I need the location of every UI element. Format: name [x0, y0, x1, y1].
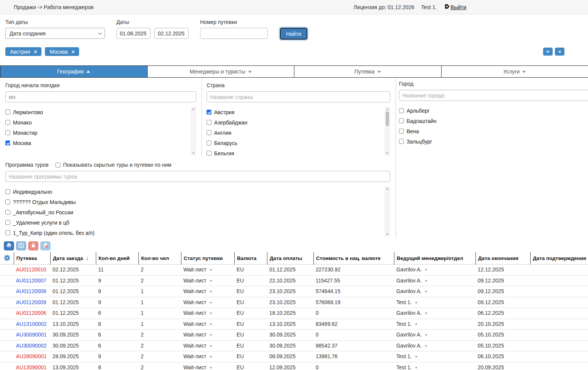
column-header[interactable]: Стоимость в нац. валюте ↓ [313, 252, 394, 265]
status-dropdown[interactable]: Wait-лист ▾ [181, 286, 234, 297]
checkbox[interactable] [207, 120, 211, 125]
tour-program-option[interactable]: ?????? Отдых Мальдивы [5, 197, 383, 207]
start-city-option[interactable]: Москва [5, 138, 189, 148]
tour-program-option[interactable]: 1_Тур_Кипр (один отель, без а/п) [5, 228, 383, 237]
manager-dropdown[interactable]: Gavrilov A. ▾ [394, 330, 475, 340]
checkbox[interactable] [5, 120, 10, 125]
date-to-input[interactable] [154, 28, 189, 39]
column-header[interactable]: Статус путевки ↓ [181, 252, 234, 265]
country-option[interactable]: Азербайджан [207, 117, 383, 128]
status-dropdown[interactable]: Wait-лист ▾ [181, 308, 234, 319]
city-search-input[interactable] [399, 90, 588, 101]
voucher-id-link[interactable]: AU01120007 [14, 276, 50, 286]
column-header[interactable]: Кол-во чел ↓ [138, 252, 181, 265]
start-city-option[interactable]: Монако [5, 117, 189, 128]
column-header[interactable]: Дата подтверждения ↓ [530, 252, 588, 265]
column-header[interactable]: Кол-во дней ↓ [96, 252, 138, 265]
column-header[interactable]: Путевка ↓ [14, 252, 50, 265]
delete-document-button[interactable] [40, 241, 51, 250]
status-dropdown[interactable]: Wait-лист ▾ [181, 351, 234, 362]
status-dropdown[interactable]: Wait-лист ▾ [181, 319, 234, 330]
voucher-id-link[interactable]: AU01120006 [14, 308, 50, 319]
checkbox[interactable] [207, 140, 211, 145]
remove-tag-icon[interactable]: × [34, 49, 37, 55]
scroll-down-icon[interactable]: ▼ [386, 233, 389, 236]
tour-program-option[interactable]: _Удаление услуги в цб [5, 217, 383, 228]
date-type-select[interactable]: Дата создания [5, 28, 105, 39]
checkbox[interactable] [399, 118, 404, 123]
tab[interactable]: География [0, 66, 147, 77]
checkbox[interactable] [399, 129, 404, 134]
clear-filters-button[interactable]: × [555, 48, 564, 56]
manager-dropdown[interactable]: Gavrilov A. ▾ [394, 265, 475, 275]
voucher-id-link[interactable]: AU13090001 [14, 362, 50, 370]
voucher-id-link[interactable]: AU13100002 [14, 319, 50, 330]
manager-dropdown[interactable]: Test 1. ▾ [394, 362, 475, 370]
checkbox[interactable] [5, 230, 10, 235]
city-option[interactable]: Арльберг [399, 105, 584, 116]
manager-dropdown[interactable]: Gavrilov A. ▾ [394, 276, 475, 286]
start-city-search-input[interactable] [5, 91, 196, 102]
collapse-filters-button[interactable] [543, 48, 553, 56]
show-hidden-tours-checkbox[interactable]: Показывать скрытые туры и путевки по ним [56, 162, 172, 168]
checkbox[interactable] [5, 220, 10, 225]
status-dropdown[interactable]: Wait-лист ▾ [181, 265, 234, 275]
city-option[interactable]: Зальцбург [399, 136, 584, 147]
voucher-id-link[interactable]: AU30090001 [14, 330, 50, 340]
manager-dropdown[interactable]: Gavrilov A. ▾ [394, 341, 475, 351]
start-city-option[interactable]: Лермонтово [5, 107, 189, 117]
checkbox[interactable] [207, 151, 211, 156]
tab[interactable]: Услуги [441, 66, 588, 77]
checkbox[interactable] [5, 189, 10, 194]
column-header[interactable]: Дата окончания ↓ [475, 252, 530, 265]
voucher-id-link[interactable]: AU30090002 [14, 341, 50, 351]
country-option[interactable]: Бельгия [207, 148, 383, 156]
checkbox[interactable] [207, 110, 211, 115]
search-button[interactable]: Найти [280, 28, 307, 40]
scrollbar[interactable]: ▲ ▼ [191, 107, 196, 156]
city-option[interactable]: Вена [399, 126, 584, 136]
country-option[interactable]: Англия [207, 128, 383, 138]
scrollbar[interactable]: ▲ ▼ [385, 107, 390, 156]
manager-dropdown[interactable]: Test 1. ▾ [394, 351, 475, 362]
tour-program-option[interactable]: Индивидуально [5, 187, 383, 197]
city-option[interactable]: Бадгаштайн [399, 116, 584, 126]
column-header[interactable]: Валюта ↓ [234, 252, 267, 265]
scroll-down-icon[interactable]: ▼ [386, 152, 389, 155]
manager-dropdown[interactable]: Test 1. ▾ [394, 319, 475, 330]
logout-link[interactable]: Выйти [444, 4, 466, 10]
voucher-id-link[interactable]: AU01120008 [14, 286, 50, 297]
status-dropdown[interactable]: Wait-лист ▾ [181, 276, 234, 286]
filter-tag[interactable]: Москва × [45, 47, 79, 56]
manager-dropdown[interactable]: Gavrilov A. ▾ [394, 286, 475, 297]
voucher-id-link[interactable]: AU01120009 [14, 297, 50, 308]
country-option[interactable]: Беларусь [207, 138, 383, 148]
column-header[interactable]: Дата заезда ↓ [50, 252, 96, 265]
checkbox[interactable] [399, 108, 404, 113]
status-dropdown[interactable]: Wait-лист ▾ [181, 362, 234, 370]
checkbox[interactable] [5, 210, 10, 215]
print-button[interactable] [4, 241, 14, 250]
filter-tag[interactable]: Австрия × [5, 47, 41, 56]
start-city-option[interactable]: Монастир [5, 128, 189, 138]
checkbox[interactable] [5, 199, 10, 204]
manager-dropdown[interactable]: Test 1. ▾ [394, 297, 475, 308]
checkbox[interactable] [207, 130, 211, 135]
save-export-button[interactable] [16, 241, 26, 250]
checkbox[interactable] [5, 110, 10, 115]
scroll-down-icon[interactable]: ▼ [192, 152, 195, 155]
status-dropdown[interactable]: Wait-лист ▾ [181, 297, 234, 308]
checkbox[interactable] [399, 139, 404, 144]
status-dropdown[interactable]: Wait-лист ▾ [181, 341, 234, 351]
tour-program-search-input[interactable] [5, 171, 390, 182]
country-search-input[interactable] [207, 91, 390, 102]
column-header[interactable]: Ведущий менеджер/отдел ↓ [394, 252, 475, 265]
country-option[interactable]: Австрия [207, 107, 383, 117]
lock-button[interactable] [28, 241, 38, 250]
date-from-input[interactable] [116, 28, 151, 39]
scroll-up-icon[interactable]: ▲ [192, 108, 195, 111]
checkbox[interactable] [56, 163, 60, 167]
tab[interactable]: Путевка [294, 66, 441, 77]
scrollbar[interactable]: ▲ ▼ [385, 187, 390, 237]
voucher-id-link[interactable]: AU28090001 [14, 351, 50, 362]
